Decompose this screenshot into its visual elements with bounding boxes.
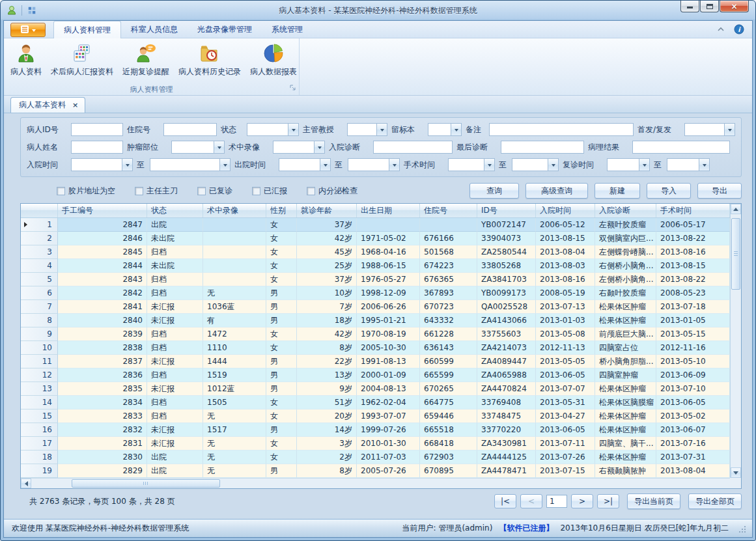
filter-combo-2-2[interactable] bbox=[279, 158, 331, 171]
column-header-5[interactable]: 就诊年龄 bbox=[297, 204, 357, 217]
close-button[interactable]: × bbox=[720, 1, 749, 12]
filter-combo-1-2[interactable] bbox=[273, 141, 325, 154]
ribbon-button-1[interactable]: 术后病人汇报资料 bbox=[47, 41, 117, 79]
column-header-9[interactable]: 入院时间 bbox=[536, 204, 595, 217]
filter-checkbox-4[interactable]: 内分泌检查 bbox=[307, 186, 357, 197]
filter-input-0-1[interactable] bbox=[163, 123, 217, 136]
filter-input-0-0[interactable] bbox=[71, 123, 123, 136]
table-row[interactable]: 72841未汇报1036蓝男7岁2006-06-26670723QA002552… bbox=[21, 300, 730, 314]
table-row[interactable]: 132835未汇报1012蓝男9岁2004-08-13670265ZA44708… bbox=[21, 382, 730, 396]
column-header-8[interactable]: ID号 bbox=[477, 204, 536, 217]
horizontal-scrollbar[interactable] bbox=[21, 478, 730, 488]
ribbon-button-3[interactable]: 病人资料历史记录 bbox=[175, 41, 245, 79]
action-button-3[interactable]: 导入 bbox=[647, 183, 691, 199]
table-row[interactable]: 162832未汇报1517男14岁1999-07-266655183377022… bbox=[21, 423, 730, 437]
info-icon[interactable]: i bbox=[734, 24, 744, 35]
checkbox-icon[interactable] bbox=[135, 187, 143, 195]
column-header-10[interactable]: 入院诊断 bbox=[595, 204, 656, 217]
filter-combo-2-3[interactable] bbox=[348, 158, 400, 171]
tab-close-icon[interactable]: × bbox=[72, 101, 78, 109]
ribbon-button-2[interactable]: 近期复诊提醒 bbox=[119, 41, 173, 79]
collapse-ribbon-icon[interactable] bbox=[717, 27, 725, 32]
filter-input-1-5[interactable] bbox=[632, 141, 730, 154]
table-row[interactable]: 12847出院女37岁YB00721472006-05-12左额叶胶质瘤2006… bbox=[21, 218, 730, 232]
ribbon-tab-2[interactable]: 光盘录像带管理 bbox=[188, 21, 262, 38]
ribbon-tab-3[interactable]: 系统管理 bbox=[262, 21, 313, 38]
hscroll-thumb[interactable] bbox=[72, 479, 220, 488]
next-page-button[interactable]: > bbox=[571, 494, 593, 508]
column-header-1[interactable]: 手工编号 bbox=[58, 204, 147, 217]
dropdown-arrow-icon[interactable] bbox=[724, 124, 735, 135]
table-row[interactable]: 192829出院无男8岁2005-07-26670895ZA4478471201… bbox=[21, 464, 730, 478]
filter-combo-2-0[interactable] bbox=[71, 158, 133, 171]
export-all-pages-button[interactable]: 导出全部页 bbox=[688, 493, 742, 509]
resize-grip[interactable] bbox=[738, 525, 746, 533]
action-button-1[interactable]: 高级查询 bbox=[525, 183, 588, 199]
filter-checkbox-1[interactable]: 主任主刀 bbox=[135, 186, 178, 197]
dropdown-arrow-icon[interactable] bbox=[288, 124, 298, 135]
column-header-0[interactable] bbox=[21, 204, 58, 217]
table-row[interactable]: 142834归档1505女51岁1962-02-0466477533769408… bbox=[21, 396, 730, 409]
export-current-page-button[interactable]: 导出当前页 bbox=[627, 493, 680, 509]
table-row[interactable]: 22846未出院女42岁1971-05-02676166339040732013… bbox=[21, 232, 730, 245]
ribbon-button-0[interactable]: 病人资料 bbox=[7, 41, 46, 79]
registration-status[interactable]: 【软件已注册】 bbox=[499, 523, 553, 534]
table-row[interactable]: 62842归档无男10岁1998-12-09367893YB0099173200… bbox=[21, 286, 730, 300]
ribbon-button-4[interactable]: 病人数据报表 bbox=[246, 41, 301, 79]
quick-access-icon[interactable] bbox=[26, 5, 38, 16]
table-row[interactable]: 52843归档女37岁1976-05-27676365ZA38417032013… bbox=[21, 273, 730, 286]
action-button-0[interactable]: 查询 bbox=[469, 183, 519, 199]
page-number-input[interactable] bbox=[546, 495, 567, 508]
dropdown-arrow-icon[interactable] bbox=[314, 141, 324, 153]
scroll-up-button[interactable] bbox=[731, 204, 741, 214]
filter-combo-0-6[interactable] bbox=[684, 123, 735, 136]
column-header-4[interactable]: 性别 bbox=[266, 204, 297, 217]
filter-combo-0-3[interactable] bbox=[347, 123, 387, 136]
filter-combo-2-1[interactable] bbox=[150, 158, 231, 171]
column-header-6[interactable]: 出生日期 bbox=[357, 204, 420, 217]
document-tab[interactable]: 病人基本资料 × bbox=[10, 97, 85, 113]
dropdown-arrow-icon[interactable] bbox=[376, 124, 387, 135]
filter-combo-2-6[interactable] bbox=[607, 158, 650, 171]
checkbox-icon[interactable] bbox=[252, 187, 260, 195]
filter-checkbox-3[interactable]: 已汇报 bbox=[252, 186, 287, 197]
scroll-down-button[interactable] bbox=[731, 467, 741, 478]
filter-checkbox-0[interactable]: 胶片地址为空 bbox=[57, 186, 115, 197]
table-row[interactable]: 32845归档女45岁1968-04-16501568ZA25805442013… bbox=[21, 245, 730, 259]
vertical-scrollbar[interactable] bbox=[730, 204, 741, 478]
checkbox-icon[interactable] bbox=[197, 187, 206, 195]
filter-input-1-0[interactable] bbox=[71, 141, 123, 154]
last-page-button[interactable]: >| bbox=[597, 494, 619, 508]
dropdown-arrow-icon[interactable] bbox=[451, 124, 461, 135]
column-header-11[interactable]: 手术时间 bbox=[656, 204, 730, 217]
ribbon-tab-0[interactable]: 病人资料管理 bbox=[53, 21, 121, 38]
first-page-button[interactable]: |< bbox=[494, 494, 516, 508]
filter-input-1-3[interactable] bbox=[373, 141, 453, 154]
table-row[interactable]: 82840未汇报有男18岁1995-01-21643332ZA414306620… bbox=[21, 314, 730, 327]
filter-combo-0-2[interactable] bbox=[247, 123, 299, 136]
dropdown-arrow-icon[interactable] bbox=[548, 159, 558, 171]
filter-combo-0-4[interactable] bbox=[428, 123, 462, 136]
action-button-4[interactable]: 导出 bbox=[697, 183, 742, 199]
filter-combo-1-1[interactable] bbox=[171, 141, 225, 154]
minimize-button[interactable] bbox=[680, 1, 699, 12]
ribbon-tab-1[interactable]: 科室人员信息 bbox=[121, 21, 188, 38]
table-row[interactable]: 102838归档1110女8岁2005-10-30636143ZA4214073… bbox=[21, 341, 730, 355]
table-row[interactable]: 42844未出院女25岁1988-06-15674223338052682013… bbox=[21, 259, 730, 273]
table-row[interactable]: 92839归档1472女42岁1970-08-19661228337556032… bbox=[21, 327, 730, 341]
dropdown-arrow-icon[interactable] bbox=[699, 159, 709, 171]
filter-combo-2-7[interactable] bbox=[667, 158, 710, 171]
dialog-launcher-icon[interactable] bbox=[290, 84, 296, 93]
column-header-2[interactable]: 状态 bbox=[147, 204, 203, 217]
vscroll-thumb[interactable] bbox=[731, 218, 740, 290]
column-header-3[interactable]: 术中录像 bbox=[203, 204, 266, 217]
app-menu-button[interactable] bbox=[10, 23, 46, 37]
dropdown-arrow-icon[interactable] bbox=[639, 159, 649, 171]
checkbox-icon[interactable] bbox=[57, 187, 65, 195]
filter-input-1-4[interactable] bbox=[501, 141, 584, 154]
table-row[interactable]: 172831未汇报无女3岁2010-01-30668418ZA343098120… bbox=[21, 437, 730, 451]
filter-combo-2-4[interactable] bbox=[448, 158, 495, 171]
filter-input-0-5[interactable] bbox=[489, 123, 634, 136]
dropdown-arrow-icon[interactable] bbox=[214, 141, 224, 153]
table-row[interactable]: 112837未汇报1444男22岁1991-08-13660599ZA40894… bbox=[21, 355, 730, 368]
